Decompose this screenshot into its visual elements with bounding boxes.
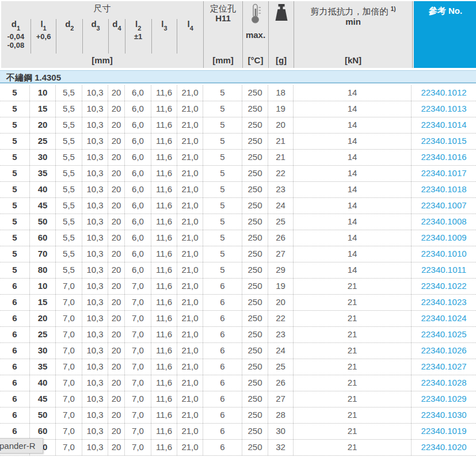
table-cell: 5 [0,262,30,278]
table-cell: 250 [242,279,268,294]
ref-link[interactable]: 22340.1023 [412,295,476,310]
table-cell: 6,0 [125,166,151,181]
ref-link[interactable]: 22340.1026 [412,343,476,359]
table-cell: 21,0 [177,311,203,326]
table-cell: 5 [203,230,242,246]
ref-link[interactable]: 22340.1029 [412,391,476,407]
table-cell: 21,0 [177,391,203,407]
table-row: 5455,510,3206,011,621,05250241422340.100… [0,198,476,214]
table-cell: 5,5 [56,150,82,165]
table-cell: 5,5 [56,166,82,181]
table-cell: 250 [242,408,268,423]
ref-link[interactable]: 22340.1017 [412,166,476,181]
table-cell: 6 [0,375,30,391]
size-column-d3: d3 [83,19,109,54]
table-cell: 11,6 [151,246,177,262]
table-cell: 6 [203,327,242,342]
table-cell: 5 [0,166,30,181]
ref-link[interactable]: 22340.1012 [412,85,476,101]
table-cell: 14 [294,214,412,230]
table-cell: 10,3 [82,198,108,214]
table-cell: 6 [203,343,242,359]
table-cell: 20 [108,343,125,359]
table-cell: 21 [268,150,294,165]
table-cell: 14 [294,262,412,278]
table-cell: 250 [242,166,268,181]
ref-link[interactable]: 22340.1016 [412,150,476,165]
table-cell: 5 [203,166,242,181]
ref-link[interactable]: 22340.1010 [412,246,476,262]
table-cell: 21,0 [177,166,203,181]
size-column-d4: d4 [109,19,125,54]
table-cell: 11,6 [151,359,177,375]
ref-link[interactable]: 22340.1019 [412,424,476,439]
ref-link[interactable]: 22340.1014 [412,117,476,133]
table-cell: 21 [294,279,412,294]
table-cell: 14 [294,101,412,117]
table-cell: 21,0 [177,262,203,278]
table-cell: 250 [242,134,268,149]
table-row: 6157,010,3207,011,621,06250202122340.102… [0,295,476,311]
ref-link[interactable]: 22340.1028 [412,375,476,391]
table-cell: 20 [30,117,56,133]
table-cell: 35 [30,166,56,181]
table-cell: 10,3 [82,311,108,326]
table-cell: 60 [30,424,56,439]
table-cell: 250 [242,198,268,214]
table-cell: 7,0 [125,311,151,326]
table-cell: 14 [294,85,412,101]
ref-link[interactable]: 22340.1013 [412,101,476,117]
ref-link[interactable]: 22340.1027 [412,359,476,375]
column-label: l2 [125,19,151,32]
table-row: 5205,510,3206,011,621,05250201422340.101… [0,117,476,134]
table-cell: 5,5 [56,230,82,246]
table-row: 5805,510,3206,011,621,05250291422340.101… [0,262,476,279]
ref-link[interactable]: 22340.1030 [412,408,476,423]
table-cell: 250 [242,182,268,197]
ref-link[interactable]: 22340.1008 [412,214,476,230]
ref-link[interactable]: 22340.1025 [412,327,476,342]
weight-column-header: [g] [268,1,294,68]
tolerance-label: +0,6 [31,32,56,41]
table-cell: 21,0 [177,101,203,117]
table-cell: 5,5 [56,85,82,101]
table-cell: 6 [0,311,30,326]
table-cell: 10 [30,279,56,294]
table-cell: 6 [0,408,30,423]
ref-link[interactable]: 22340.1018 [412,182,476,197]
temperature-unit-label: [°C] [242,55,269,65]
shear-column-header: 剪力抵抗力，加倍的 1) min [kN] [294,1,413,68]
table-cell: 30 [30,343,56,359]
table-cell: 5 [0,85,30,101]
size-column-d2: d2 [56,19,83,54]
table-cell: 5 [203,134,242,149]
table-cell: 250 [242,375,268,391]
column-label: l4 [177,19,203,32]
table-cell: 10,3 [82,150,108,165]
table-cell: 32 [268,440,294,455]
table-cell: 25 [30,327,56,342]
column-label: l3 [152,19,177,32]
table-row: 6357,010,3207,011,621,06250252122340.102… [0,359,476,375]
table-cell: 6,0 [125,246,151,262]
size-unit-label: [mm] [1,55,203,65]
ref-link[interactable]: 22340.1007 [412,198,476,214]
ref-link[interactable]: 22340.1022 [412,279,476,294]
ref-link[interactable]: 22340.1011 [412,262,476,278]
table-cell: 14 [294,150,412,165]
table-cell: 250 [242,359,268,375]
table-cell: 11,6 [151,166,177,181]
table-cell: 10,3 [82,230,108,246]
ref-link[interactable]: 22340.1024 [412,311,476,326]
table-cell: 6 [203,295,242,310]
table-cell: 20 [108,101,125,117]
table-cell: 5 [203,198,242,214]
ref-link[interactable]: 22340.1015 [412,134,476,149]
table-cell: 7,0 [125,279,151,294]
table-cell: 21 [294,424,412,439]
table-row: 6307,010,3207,011,621,06250242122340.102… [0,343,476,359]
table-cell: 10,3 [82,359,108,375]
ref-link[interactable]: 22340.1009 [412,230,476,246]
table-cell: 6,0 [125,198,151,214]
ref-link[interactable]: 22340.1020 [412,440,476,455]
